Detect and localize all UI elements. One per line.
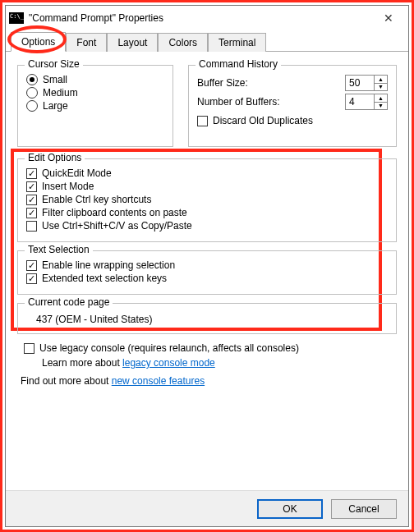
quickedit-checkbox[interactable]: QuickEdit Mode xyxy=(26,167,388,179)
checkbox-label: Extended text selection keys xyxy=(42,273,167,284)
tab-strip: Options Font Layout Colors Terminal xyxy=(6,30,408,52)
text-selection-group: Text Selection Enable line wrapping sele… xyxy=(17,250,397,295)
buffer-size-spinner[interactable]: 50 ▲ ▼ xyxy=(345,75,388,91)
checkbox-label: Filter clipboard contents on paste xyxy=(42,207,187,218)
code-page-value: 437 (OEM - United States) xyxy=(26,310,388,325)
radio-label: Small xyxy=(43,74,67,85)
ok-button[interactable]: OK xyxy=(257,499,323,519)
findout-prefix: Find out more about xyxy=(21,375,112,387)
ctrl-shortcuts-checkbox[interactable]: Enable Ctrl key shortcuts xyxy=(26,194,388,205)
cancel-button[interactable]: Cancel xyxy=(331,499,397,519)
checkbox-icon xyxy=(26,221,37,232)
code-page-title: Current code page xyxy=(25,296,113,308)
cursor-small-radio[interactable]: Small xyxy=(26,74,164,85)
code-page-group: Current code page 437 (OEM - United Stat… xyxy=(17,303,397,334)
cursor-large-radio[interactable]: Large xyxy=(26,100,164,112)
line-wrapping-checkbox[interactable]: Enable line wrapping selection xyxy=(26,259,388,271)
checkbox-label: Insert Mode xyxy=(42,181,94,192)
checkbox-icon xyxy=(26,208,37,218)
edit-options-title: Edit Options xyxy=(25,152,85,163)
legacy-console-checkbox[interactable]: Use legacy console (requires relaunch, a… xyxy=(24,342,397,354)
ctrl-shift-cv-checkbox[interactable]: Use Ctrl+Shift+C/V as Copy/Paste xyxy=(26,220,388,232)
dialog-footer: OK Cancel xyxy=(6,490,408,526)
cursor-size-group: Cursor Size Small Medium Large xyxy=(17,65,173,147)
close-icon: ✕ xyxy=(384,11,393,25)
cursor-medium-radio[interactable]: Medium xyxy=(26,87,164,99)
checkbox-label: Use legacy console (requires relaunch, a… xyxy=(39,342,299,354)
filter-clipboard-checkbox[interactable]: Filter clipboard contents on paste xyxy=(26,207,388,218)
num-buffers-spinner[interactable]: 4 ▲ ▼ xyxy=(345,94,388,110)
checkbox-label: Enable Ctrl key shortcuts xyxy=(42,194,151,205)
new-console-features-link[interactable]: new console features xyxy=(112,375,205,387)
checkbox-icon xyxy=(26,273,37,284)
num-buffers-value[interactable]: 4 xyxy=(346,94,374,109)
window-title: "Command Prompt" Properties xyxy=(29,12,372,24)
cursor-size-title: Cursor Size xyxy=(25,58,83,70)
legacy-console-link[interactable]: legacy console mode xyxy=(122,357,215,369)
checkbox-icon xyxy=(26,181,37,192)
insert-mode-checkbox[interactable]: Insert Mode xyxy=(26,181,388,192)
command-history-title: Command History xyxy=(196,58,281,70)
radio-icon xyxy=(26,100,38,112)
checkbox-label: Enable line wrapping selection xyxy=(42,259,175,271)
tab-terminal[interactable]: Terminal xyxy=(208,33,266,52)
tab-colors[interactable]: Colors xyxy=(158,33,208,52)
cmd-icon xyxy=(9,12,24,24)
spinner-down-icon[interactable]: ▼ xyxy=(375,84,387,91)
radio-label: Medium xyxy=(43,87,78,99)
spinner-down-icon[interactable]: ▼ xyxy=(375,103,387,110)
spinner-up-icon[interactable]: ▲ xyxy=(375,94,387,103)
properties-dialog: "Command Prompt" Properties ✕ Options Fo… xyxy=(5,5,409,527)
edit-options-group: Edit Options QuickEdit Mode Insert Mode … xyxy=(17,158,397,242)
tab-font[interactable]: Font xyxy=(66,33,107,52)
radio-icon xyxy=(26,74,38,85)
num-buffers-label: Number of Buffers: xyxy=(197,96,280,108)
checkbox-icon xyxy=(24,343,34,354)
legacy-learn-prefix: Learn more about xyxy=(42,357,122,369)
command-history-group: Command History Buffer Size: 50 ▲ ▼ Numb… xyxy=(188,65,397,147)
checkbox-icon xyxy=(26,168,37,179)
checkbox-icon xyxy=(26,260,37,271)
tab-layout[interactable]: Layout xyxy=(107,33,158,52)
close-button[interactable]: ✕ xyxy=(372,7,405,30)
spinner-up-icon[interactable]: ▲ xyxy=(375,76,387,84)
radio-label: Large xyxy=(43,100,68,112)
checkbox-icon xyxy=(197,116,208,126)
checkbox-label: QuickEdit Mode xyxy=(42,167,112,179)
checkbox-label: Use Ctrl+Shift+C/V as Copy/Paste xyxy=(42,220,192,232)
text-selection-title: Text Selection xyxy=(25,244,93,255)
radio-icon xyxy=(26,87,38,99)
extended-selection-checkbox[interactable]: Extended text selection keys xyxy=(26,273,388,284)
tab-options[interactable]: Options xyxy=(11,32,66,52)
discard-duplicates-checkbox[interactable]: Discard Old Duplicates xyxy=(197,115,388,126)
buffer-size-label: Buffer Size: xyxy=(197,77,248,89)
checkbox-icon xyxy=(26,195,37,205)
buffer-size-value[interactable]: 50 xyxy=(346,76,374,90)
tab-content: Cursor Size Small Medium Large Command H… xyxy=(6,52,408,490)
checkbox-label: Discard Old Duplicates xyxy=(213,115,313,126)
titlebar: "Command Prompt" Properties ✕ xyxy=(6,6,408,30)
